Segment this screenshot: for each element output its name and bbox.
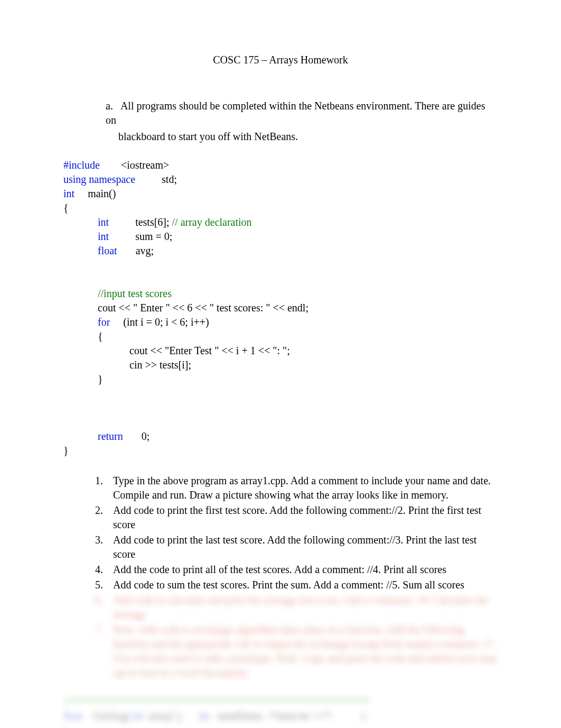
list-item-blurred: 7. Now: Add code to exchange algorithm t… [95,623,498,680]
kw-return: return [63,430,123,442]
list-text: Add code to print the first test score. … [113,503,498,532]
code-text: (int i = 0; i < 6; i++) [110,316,209,328]
list-marker: 4. [95,563,113,577]
kw-for: for [63,316,110,328]
list-item-blurred: 6. Add code to calculate and print the a… [95,593,498,622]
list-text: Type in the above program as array1.cpp.… [113,474,498,502]
code-comment: //**************************************… [63,695,498,709]
numbered-list: 1. Type in the above program as array1.c… [95,474,498,680]
code-text: 0; [123,430,150,442]
code-text [63,288,98,299]
page-title: COSC 175 – Arrays Homework [63,53,498,67]
kw-float: float [63,245,117,256]
list-text: Add code to sum the test scores. Print t… [113,578,498,592]
bottom-code-blurred: //**************************************… [63,690,498,728]
list-item: 3. Add code to print the last test score… [95,533,498,561]
alpha-list: a. All programs should be completed with… [63,99,498,144]
list-text: Add code to calculate and print the aver… [113,593,498,622]
alpha-line-2: blackboard to start you off with NetBean… [118,130,498,144]
code-text: cin >> tests[i]; [63,359,191,371]
code-block: #include <iostream> using namespace std;… [63,144,498,458]
list-marker: 5. [95,578,113,592]
code-text: cout << " Enter " << 6 << " test scores:… [63,302,308,314]
code-text: tests[6]; [109,216,172,228]
alpha-marker: a. [106,99,118,113]
list-item: 2. Add code to print the first test scor… [95,503,498,532]
kw-int: int [63,231,109,242]
code-comment: // array declaration [172,216,252,228]
list-marker: 3. [95,533,113,561]
list-text: Now: Add code to exchange algorithm take… [113,623,498,680]
code-text: { [63,202,69,214]
kw-int: int [132,710,143,722]
list-item: 5. Add code to sum the test scores. Prin… [95,578,498,592]
code-text: { [63,330,103,342]
code-text: } [63,445,69,456]
list-marker: 1. [95,474,113,502]
code-text: } [63,373,103,385]
code-text: GetAvg( [83,710,133,722]
code-comment: //input test scores [98,288,172,299]
code-text: std; [135,173,177,185]
kw-int: int [199,710,210,722]
kw-int: int [63,216,109,228]
code-text: numElems /*must be <=*/ ) [210,710,365,722]
list-item: 1. Type in the above program as array1.c… [95,474,498,502]
code-text: cout << "Enter Test " << i + 1 << ": "; [63,345,290,356]
code-text: <iostream> [100,159,169,171]
list-text: Add the code to print all of the test sc… [113,563,498,577]
code-text: main() [74,188,116,199]
code-text: sum = 0; [109,231,172,242]
list-marker: 2. [95,503,113,532]
code-text: avg; [117,245,154,256]
alpha-line-1: All programs should be completed within … [106,100,485,126]
list-marker: 6. [95,593,113,622]
list-text: Add code to print the last test score. A… [113,533,498,561]
kw-include: #include [63,159,100,171]
code-text: array[ ], [143,710,198,722]
kw-int: int [63,188,74,199]
kw-using-namespace: using namespace [63,173,135,185]
kw-float: float [63,710,83,722]
code-line: float GetAvg( int array[ ], int numElems… [63,709,498,723]
code-line: { [63,723,498,728]
list-item: 4. Add the code to print all of the test… [95,563,498,577]
list-marker: 7. [95,623,113,680]
